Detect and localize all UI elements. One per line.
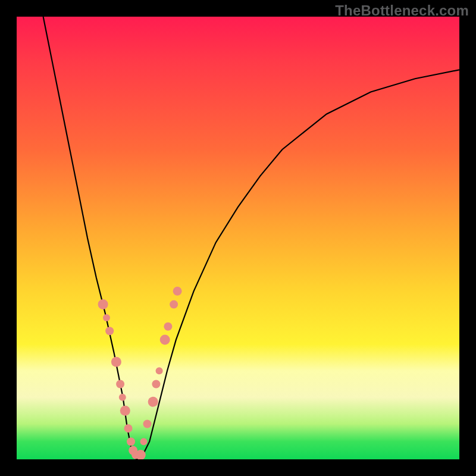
marker-dot [148, 397, 158, 407]
marker-dot [143, 420, 152, 428]
marker-dot [156, 367, 163, 374]
marker-dot [98, 299, 108, 309]
chart-frame: TheBottleneck.com [0, 0, 476, 476]
marker-dot [111, 357, 121, 367]
marker-dot [127, 437, 135, 446]
marker-dot [140, 438, 148, 445]
marker-dot [152, 380, 160, 389]
marker-dot [103, 314, 110, 321]
plot-area [17, 17, 459, 459]
marker-dot [164, 322, 172, 331]
marker-dot [170, 300, 178, 309]
watermark-text: TheBottleneck.com [335, 2, 469, 19]
marker-dot [173, 287, 182, 296]
marker-dot [116, 380, 124, 389]
marker-dot [124, 424, 133, 433]
marker-dot [160, 335, 170, 345]
marker-dot [105, 327, 114, 335]
marker-dot [120, 406, 130, 416]
bottleneck-curve [43, 17, 459, 459]
curve-layer [17, 17, 459, 459]
right-branch-markers [136, 287, 182, 459]
marker-dot [119, 394, 126, 401]
